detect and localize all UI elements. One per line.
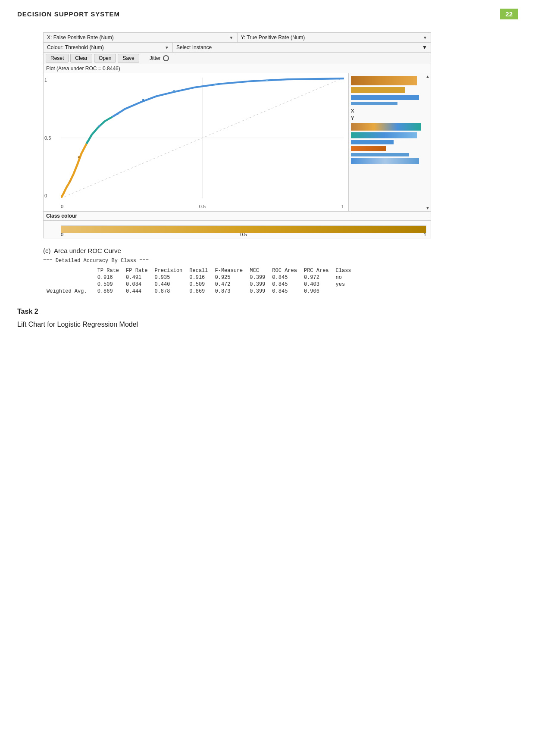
legend-scroll-down-icon[interactable]: ▼ — [425, 206, 430, 210]
row-recall-2: 0.509 — [186, 281, 211, 288]
legend-y-indicator: Y — [351, 116, 429, 121]
x-axis-label: X: False Positive Rate (Num) — [47, 34, 114, 41]
clear-button[interactable]: Clear — [70, 54, 92, 62]
row-prec-3: 0.878 — [151, 288, 186, 295]
legend-strip-4 — [351, 102, 397, 105]
row-roc-2: 0.845 — [269, 281, 300, 288]
task2-header: Task 2 — [17, 308, 518, 316]
roc-chart-widget: X: False Positive Rate (Num) ▼ Y: True P… — [43, 32, 431, 238]
legend-strip-1 — [351, 76, 417, 85]
legend-x-indicator: X — [351, 108, 429, 113]
page-title: DECISION SUPPORT SYSTEM — [17, 10, 120, 18]
toolbar-row2: Colour: Threshold (Num) ▼ Select Instanc… — [44, 43, 431, 53]
y-axis-dropdown[interactable]: Y: True Positive Rate (Num) ▼ — [238, 33, 431, 42]
plot-canvas: 1 0.5 0 — [44, 73, 349, 211]
y-tick-1: 1 — [44, 78, 51, 83]
row-roc-1: 0.845 — [269, 274, 300, 281]
accuracy-header: === Detailed Accuracy By Class === — [43, 258, 518, 264]
col-tp-rate: TP Rate — [94, 267, 122, 274]
svg-point-12 — [266, 79, 268, 81]
row-prc-2: 0.403 — [300, 281, 332, 288]
row-fp-1: 0.491 — [122, 274, 151, 281]
x-tick-1: 1 — [341, 204, 344, 209]
row-prec-2: 0.440 — [151, 281, 186, 288]
class-colour-section: Class colour 0 0.5 1 — [44, 211, 431, 238]
colour-label: Colour: Threshold (Num) — [47, 44, 104, 50]
reset-button[interactable]: Reset — [46, 54, 69, 62]
x-axis-arrow-icon: ▼ — [229, 35, 234, 40]
plot-title: Plot (Area under ROC = 0.8446) — [44, 64, 431, 73]
select-instance-arrow-icon: ▼ — [422, 44, 427, 50]
svg-point-10 — [173, 90, 175, 92]
colour-arrow-icon: ▼ — [165, 45, 169, 50]
legend-strip-7 — [351, 140, 394, 144]
col-label — [43, 267, 94, 274]
y-tick-05: 0.5 — [44, 135, 51, 141]
legend-strip-10 — [351, 158, 419, 164]
table-row: 0.509 0.084 0.440 0.509 0.472 0.399 0.84… — [43, 281, 355, 288]
row-prc-1: 0.972 — [300, 274, 332, 281]
row-mcc-3: 0.399 — [246, 288, 269, 295]
x-axis-dropdown[interactable]: X: False Positive Rate (Num) ▼ — [44, 33, 238, 42]
jitter-toggle[interactable] — [163, 55, 169, 61]
legend-strip-9 — [351, 153, 409, 156]
legend-strip-5 — [351, 123, 421, 131]
open-button[interactable]: Open — [94, 54, 116, 62]
row-fm-2: 0.472 — [212, 281, 247, 288]
accuracy-table-body: 0.916 0.491 0.935 0.916 0.925 0.399 0.84… — [43, 274, 355, 295]
table-row: Weighted Avg. 0.869 0.444 0.878 0.869 0.… — [43, 288, 355, 295]
btn-row: Reset Clear Open Save Jitter — [44, 53, 431, 64]
legend-panel-inner: ▲ X Y ▼ — [349, 73, 431, 167]
row-label-2 — [43, 281, 94, 288]
select-instance-label: Select Instance — [176, 44, 212, 50]
row-label-3: Weighted Avg. — [43, 288, 94, 295]
legend-panel: ▲ X Y ▼ — [349, 73, 431, 211]
row-prc-3: 0.906 — [300, 288, 332, 295]
svg-point-4 — [69, 181, 71, 182]
row-fm-3: 0.873 — [212, 288, 247, 295]
row-prec-1: 0.935 — [151, 274, 186, 281]
svg-point-7 — [98, 125, 100, 127]
row-recall-1: 0.916 — [186, 274, 211, 281]
select-instance-dropdown[interactable]: Select Instance ▼ — [173, 43, 431, 52]
save-button[interactable]: Save — [118, 54, 139, 62]
row-class-3 — [332, 288, 355, 295]
table-row: 0.916 0.491 0.935 0.916 0.925 0.399 0.84… — [43, 274, 355, 281]
legend-scroll-up-icon[interactable]: ▲ — [425, 74, 430, 79]
y-axis-labels: 1 0.5 0 — [44, 78, 51, 198]
svg-point-8 — [116, 113, 119, 115]
jitter-label: Jitter — [150, 55, 161, 61]
row-fm-1: 0.925 — [212, 274, 247, 281]
x-tick-0: 0 — [61, 204, 63, 209]
legend-strip-8 — [351, 146, 386, 151]
col-mcc: MCC — [246, 267, 269, 274]
row-recall-3: 0.869 — [186, 288, 211, 295]
col-recall: Recall — [186, 267, 211, 274]
toolbar-row1: X: False Positive Rate (Num) ▼ Y: True P… — [44, 33, 431, 43]
row-fp-3: 0.444 — [122, 288, 151, 295]
y-axis-label: Y: True Positive Rate (Num) — [241, 34, 305, 41]
col-f-measure: F-Measure — [212, 267, 247, 274]
legend-strip-3 — [351, 95, 419, 100]
col-class: Class — [332, 267, 355, 274]
page-header: DECISION SUPPORT SYSTEM 22 — [17, 9, 518, 19]
row-class-2: yes — [332, 281, 355, 288]
colour-tick-0: 0 — [61, 232, 63, 237]
colour-tick-05: 0.5 — [240, 232, 247, 237]
y-tick-0: 0 — [44, 193, 51, 198]
svg-point-5 — [78, 156, 80, 158]
row-tp-2: 0.509 — [94, 281, 122, 288]
colour-bar-area: 0 0.5 1 — [44, 221, 431, 238]
col-roc-area: ROC Area — [269, 267, 300, 274]
svg-point-6 — [87, 141, 89, 142]
y-axis-arrow-icon: ▼ — [423, 35, 427, 40]
colour-dropdown[interactable]: Colour: Threshold (Num) ▼ — [44, 43, 173, 52]
col-fp-rate: FP Rate — [122, 267, 151, 274]
col-prc-area: PRC Area — [300, 267, 332, 274]
row-mcc-1: 0.399 — [246, 274, 269, 281]
row-roc-3: 0.845 — [269, 288, 300, 295]
page-number: 22 — [500, 9, 518, 19]
task2-subtitle: Lift Chart for Logistic Regression Model — [17, 321, 518, 328]
colour-bar-labels: 0 0.5 1 — [61, 232, 426, 237]
row-fp-2: 0.084 — [122, 281, 151, 288]
